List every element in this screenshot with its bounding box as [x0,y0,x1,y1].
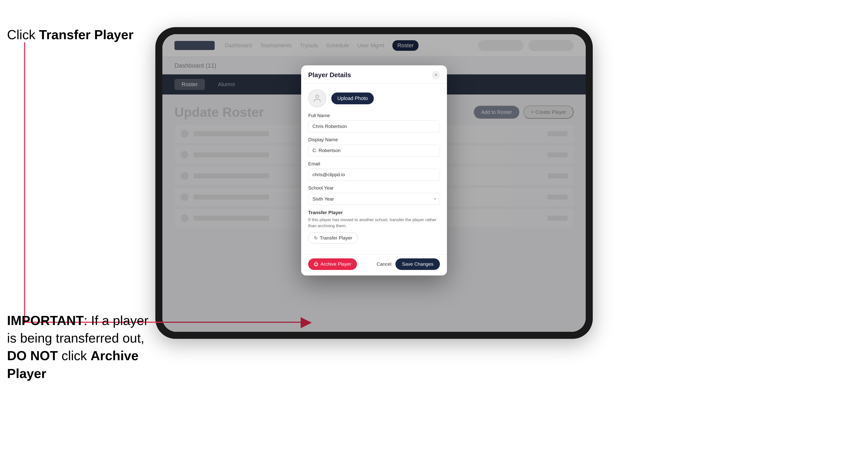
display-name-label: Display Name [308,137,440,143]
user-icon [313,94,322,103]
display-name-group: Display Name [308,137,440,157]
transfer-section-title: Transfer Player [308,210,440,215]
transfer-section-description: If this player has moved to another scho… [308,217,440,229]
full-name-input[interactable] [308,120,440,132]
modal-title: Player Details [308,71,351,79]
transfer-player-btn-label: Transfer Player [320,235,352,241]
transfer-icon: ↻ [314,235,318,241]
modal-footer: ⏻ Archive Player Cancel Save Changes [301,254,447,276]
school-year-label: School Year [308,185,440,191]
display-name-input[interactable] [308,145,440,157]
ipad-screen: Dashboard Tournaments Tryouts Schedule U… [162,34,586,332]
archive-player-button[interactable]: ⏻ Archive Player [308,258,357,270]
annotation-line-vertical [24,42,25,323]
email-input[interactable] [308,169,440,181]
avatar-placeholder [308,89,326,107]
instruction-top: Click Transfer Player [7,27,133,42]
instruction-top-bold: Transfer Player [39,27,133,42]
cancel-button[interactable]: Cancel [377,261,392,267]
player-details-modal: Player Details × Upload Photo Fu [301,65,447,276]
modal-header: Player Details × [301,65,447,84]
instruction-click: click [58,348,91,363]
school-year-select[interactable]: First Year Second Year Third Year Fourth… [308,193,440,205]
instruction-bottom: IMPORTANT: If a player is being transfer… [7,312,153,382]
instruction-bottom-bold: IMPORTANT [7,313,84,328]
archive-icon: ⏻ [314,261,318,267]
upload-photo-button[interactable]: Upload Photo [331,93,374,104]
save-changes-button[interactable]: Save Changes [395,258,440,270]
full-name-group: Full Name [308,113,440,132]
photo-upload-row: Upload Photo [308,89,440,107]
ipad-device: Dashboard Tournaments Tryouts Schedule U… [155,27,593,339]
archive-btn-label: Archive Player [320,261,351,267]
instruction-do-not: DO NOT [7,348,58,363]
school-year-group: School Year First Year Second Year Third… [308,185,440,205]
email-label: Email [308,161,440,167]
email-group: Email [308,161,440,181]
school-year-select-wrapper: First Year Second Year Third Year Fourth… [308,193,440,205]
modal-close-button[interactable]: × [432,71,440,79]
full-name-label: Full Name [308,113,440,118]
modal-body: Upload Photo Full Name Display Name Emai… [301,84,447,254]
transfer-player-button[interactable]: ↻ Transfer Player [308,232,358,244]
instruction-top-text: Click [7,27,39,42]
svg-point-0 [316,95,319,98]
transfer-player-section: Transfer Player If this player has moved… [308,210,440,244]
